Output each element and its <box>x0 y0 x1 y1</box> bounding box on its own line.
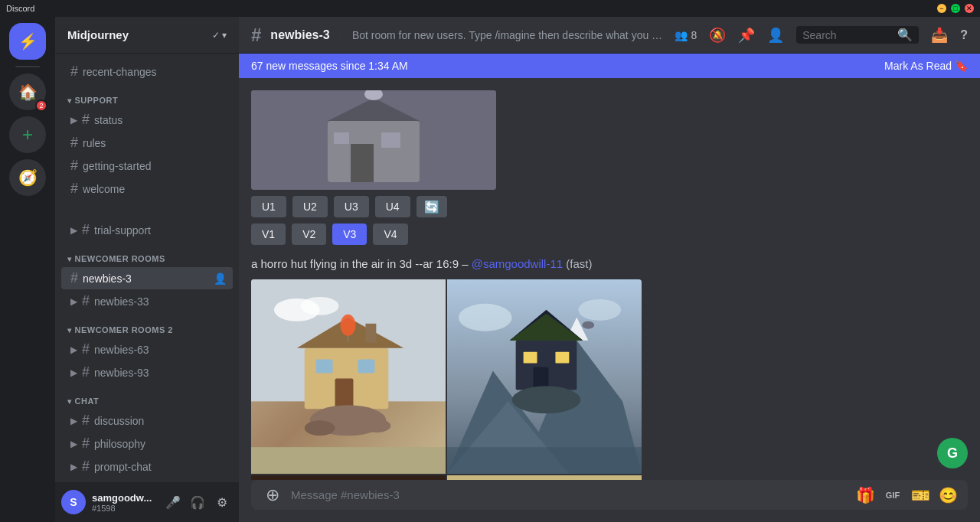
titlebar: Discord − □ ✕ <box>0 0 980 17</box>
expand-arrow-icon: ▶ <box>70 416 77 426</box>
hash-icon: # <box>70 481 78 482</box>
sidebar-channel-newbies-33[interactable]: ▶ # newbies-33 <box>61 290 233 312</box>
main-content: # newbies-3 | Bot room for new users. Ty… <box>239 17 980 522</box>
new-messages-banner[interactable]: 67 new messages since 1:34 AM Mark As Re… <box>239 54 980 78</box>
variation-4-button[interactable]: V4 <box>373 223 407 245</box>
hash-icon: # <box>82 222 90 238</box>
midjourney-server-icon[interactable]: ⚡ <box>9 23 46 60</box>
expand-arrow-icon: ▶ <box>70 367 77 378</box>
settings-button[interactable]: ⚙ <box>211 491 233 513</box>
chevron-down-icon: ✓ ▾ <box>212 30 227 41</box>
mark-as-read-button[interactable]: Mark As Read 🔖 <box>884 60 968 72</box>
svg-point-21 <box>341 315 356 336</box>
add-member-button[interactable]: 👤 <box>767 27 784 44</box>
home-icon[interactable]: 🏠 2 <box>9 73 46 110</box>
svg-rect-13 <box>365 324 376 343</box>
channel-name: philosophy <box>94 438 227 450</box>
pin-button[interactable]: 📌 <box>738 27 755 44</box>
svg-point-27 <box>459 304 512 331</box>
headphones-button[interactable]: 🎧 <box>187 491 208 513</box>
collapse-arrow-icon: ▾ <box>67 255 72 263</box>
sidebar-channel-recent-changes[interactable]: # recent-changes <box>61 60 233 83</box>
sidebar-channel-more[interactable]: # -- <box>61 478 233 482</box>
members-count[interactable]: 👥 8 <box>675 29 697 41</box>
svg-point-35 <box>582 321 594 329</box>
sidebar-category-newcomer-rooms[interactable]: ▾ NEWCOMER ROOMS <box>55 242 239 266</box>
maximize-button[interactable]: □ <box>951 4 960 13</box>
upscale-2-button[interactable]: U2 <box>292 196 328 217</box>
hash-icon: # <box>70 64 78 80</box>
channel-name: recent-changes <box>83 66 227 78</box>
mute-button[interactable]: 🔕 <box>709 27 726 44</box>
main-content-wrapper: 67 new messages since 1:34 AM Mark As Re… <box>239 54 980 522</box>
channel-name: getting-started <box>83 160 227 172</box>
hash-icon: # <box>70 158 78 174</box>
svg-rect-3 <box>351 144 374 182</box>
mic-button[interactable]: 🎤 <box>162 491 184 513</box>
sidebar-header[interactable]: Midjourney ✓ ▾ <box>55 17 239 54</box>
generated-image-1 <box>251 279 446 474</box>
emoji-button[interactable]: 😊 <box>937 484 959 506</box>
channel-header: # newbies-3 | Bot room for new users. Ty… <box>239 17 980 54</box>
svg-rect-4 <box>381 132 400 148</box>
sidebar-category-newcomer-rooms-2[interactable]: ▾ NEWCOMER ROOMS 2 <box>55 313 239 338</box>
collapse-arrow-icon: ▾ <box>67 96 72 105</box>
gif-button[interactable]: GIF <box>882 484 903 506</box>
svg-rect-16 <box>335 378 354 409</box>
upscale-1-button[interactable]: U1 <box>251 196 286 217</box>
add-server-button[interactable]: + <box>9 116 46 153</box>
minimize-button[interactable]: − <box>937 4 946 13</box>
members-icon: 👥 <box>675 29 688 41</box>
app-title: Discord <box>6 4 34 13</box>
sidebar-channel-welcome[interactable]: # welcome <box>61 178 233 200</box>
hash-icon: # <box>70 135 78 151</box>
gift-button[interactable]: 🎁 <box>854 484 876 506</box>
top-partial-image <box>251 90 496 190</box>
help-button[interactable]: ? <box>960 28 968 42</box>
hash-icon: # <box>82 112 90 128</box>
expand-arrow-icon: ▶ <box>70 344 77 355</box>
bot-avatar[interactable]: G <box>937 438 968 468</box>
explore-servers-button[interactable]: 🧭 <box>9 159 46 196</box>
refresh-button[interactable]: 🔄 <box>416 196 447 217</box>
svg-rect-32 <box>524 352 537 364</box>
sidebar-channel-rules[interactable]: # rules <box>61 132 233 154</box>
svg-rect-33 <box>555 352 569 364</box>
sidebar-category-chat[interactable]: ▾ CHAT <box>55 384 239 409</box>
sidebar-channel-philosophy[interactable]: ▶ # philosophy <box>61 432 233 455</box>
category-label: SUPPORT <box>75 96 119 105</box>
search-input[interactable] <box>802 29 894 41</box>
close-button[interactable]: ✕ <box>965 4 974 13</box>
add-icon: + <box>22 124 33 145</box>
sidebar-category-support[interactable]: ▾ SUPPORT <box>55 83 239 108</box>
svg-rect-15 <box>358 360 374 374</box>
sidebar-channel-getting-started[interactable]: # getting-started <box>61 155 233 177</box>
search-box[interactable]: 🔍 <box>796 26 919 44</box>
user-mention[interactable]: @samgoodwill-11 <box>472 257 563 270</box>
hash-icon: # <box>82 341 90 357</box>
sticker-button[interactable]: 🎫 <box>910 484 931 506</box>
add-attachment-button[interactable]: ⊕ <box>260 483 285 507</box>
sidebar-channel-newbies-93[interactable]: ▶ # newbies-93 <box>61 361 233 383</box>
upscale-3-button[interactable]: U3 <box>334 196 369 217</box>
image-cell-2[interactable] <box>447 279 642 474</box>
image-cell-1[interactable] <box>251 279 446 474</box>
user-controls: 🎤 🎧 ⚙ <box>162 491 233 513</box>
message-input[interactable] <box>291 480 848 510</box>
sidebar-channel-discussion[interactable]: ▶ # discussion <box>61 409 233 432</box>
variation-2-button[interactable]: V2 <box>292 223 326 245</box>
sidebar-channel-newbies-63[interactable]: ▶ # newbies-63 <box>61 338 233 361</box>
variation-3-button[interactable]: V3 <box>332 223 367 245</box>
inbox-button[interactable]: 📥 <box>931 27 948 44</box>
sidebar-channel-status[interactable]: ▶ # status <box>61 109 233 131</box>
notification-badge: 2 <box>35 100 47 112</box>
server-logo: ⚡ <box>18 32 38 51</box>
sidebar-channel-trial-support[interactable]: ▶ # trial-support <box>61 219 233 241</box>
sidebar-channel-prompt-chat[interactable]: ▶ # prompt-chat <box>61 455 233 478</box>
sidebar-channel-newbies-3[interactable]: # newbies-3 👤 <box>61 267 233 289</box>
hash-icon: # <box>82 436 90 452</box>
channel-name: newbies-33 <box>94 295 227 308</box>
variation-1-button[interactable]: V1 <box>251 223 286 245</box>
message-prompt: a horro hut flying in the air in 3d --ar… <box>251 257 968 273</box>
upscale-4-button[interactable]: U4 <box>375 196 410 217</box>
